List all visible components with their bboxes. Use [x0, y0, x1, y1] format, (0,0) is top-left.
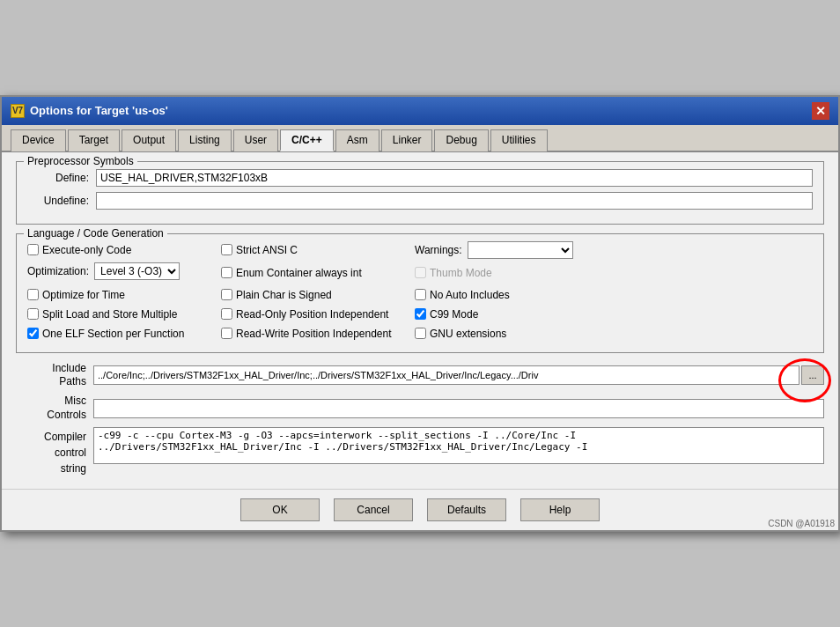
button-bar: OK Cancel Defaults Help: [2, 489, 838, 530]
tab-device[interactable]: Device: [11, 129, 66, 151]
include-paths-browse[interactable]: ...: [801, 365, 824, 385]
define-row: Define:: [27, 169, 813, 187]
plain-char-checkbox[interactable]: [221, 289, 232, 300]
misc-controls-input[interactable]: [93, 399, 824, 418]
compiler-control-label: Compiler control string: [16, 427, 86, 476]
optimize-time-checkbox[interactable]: [27, 289, 39, 300]
thumb-mode-label: Thumb Mode: [430, 267, 492, 279]
tab-debug[interactable]: Debug: [434, 129, 488, 151]
tab-linker[interactable]: Linker: [381, 129, 433, 151]
compiler-control-row: Compiler control string: [16, 427, 824, 476]
tab-asm[interactable]: Asm: [335, 129, 379, 151]
warnings-label: Warnings:: [415, 244, 462, 256]
ok-button[interactable]: OK: [240, 498, 320, 521]
undefine-row: Undefine:: [27, 192, 813, 210]
optimize-time-label: Optimize for Time: [42, 289, 125, 301]
enum-container-checkbox[interactable]: [221, 267, 232, 278]
app-icon: V7: [11, 104, 25, 118]
optimization-select[interactable]: Level 3 (-O3): [94, 262, 180, 280]
gnu-ext-checkbox[interactable]: [415, 328, 426, 339]
options-dialog: V7 Options for Target 'us-os' ✕ Device T…: [0, 95, 840, 532]
tab-bar: Device Target Output Listing User C/C++ …: [2, 125, 838, 152]
readonly-pos-checkbox[interactable]: [221, 308, 232, 320]
dialog-title: Options for Target 'us-os': [30, 104, 168, 117]
thumb-mode-checkbox[interactable]: [415, 267, 426, 278]
define-input[interactable]: [96, 169, 813, 187]
cancel-button[interactable]: Cancel: [334, 498, 413, 521]
misc-controls-wrap: [93, 399, 824, 418]
undefine-input[interactable]: [96, 192, 813, 210]
defaults-button[interactable]: Defaults: [427, 498, 506, 521]
optimization-label: Optimization:: [27, 265, 89, 277]
warnings-select[interactable]: [468, 241, 573, 259]
misc-controls-row: Misc Controls: [16, 395, 824, 422]
enum-container-label: Enum Container always int: [236, 267, 362, 279]
language-group: Language / Code Generation Execute-only …: [16, 233, 824, 353]
split-load-label: Split Load and Store Multiple: [42, 308, 177, 321]
include-paths-wrap: ...: [93, 365, 824, 385]
c99-mode-label: C99 Mode: [430, 308, 478, 321]
compiler-control-input[interactable]: [93, 427, 824, 464]
undefine-label: Undefine:: [27, 195, 89, 207]
include-paths-row: Include Paths ...: [16, 362, 824, 389]
misc-controls-label: Misc Controls: [16, 395, 86, 422]
no-auto-includes-label: No Auto Includes: [430, 289, 510, 301]
tab-listing[interactable]: Listing: [178, 129, 232, 151]
include-paths-input[interactable]: [93, 365, 799, 385]
split-load-checkbox[interactable]: [27, 308, 39, 320]
one-elf-checkbox[interactable]: [27, 328, 39, 339]
include-paths-label: Include Paths: [16, 362, 86, 389]
preprocessor-label: Preprocessor Symbols: [24, 155, 137, 167]
strict-ansi-checkbox[interactable]: [221, 244, 232, 255]
readwrite-pos-checkbox[interactable]: [221, 328, 232, 339]
preprocessor-group: Preprocessor Symbols Define: Undefine:: [16, 161, 824, 225]
no-auto-includes-checkbox[interactable]: [415, 289, 426, 300]
execute-only-checkbox[interactable]: [27, 244, 39, 255]
define-label: Define:: [27, 172, 89, 184]
execute-only-label: Execute-only Code: [42, 244, 131, 256]
tab-utilities[interactable]: Utilities: [490, 129, 548, 151]
gnu-ext-label: GNU extensions: [430, 328, 506, 340]
help-button[interactable]: Help: [520, 498, 600, 521]
tab-cpp[interactable]: C/C++: [280, 129, 334, 151]
plain-char-label: Plain Char is Signed: [236, 289, 332, 301]
tab-output[interactable]: Output: [122, 129, 176, 151]
strict-ansi-label: Strict ANSI C: [236, 244, 298, 256]
c99-mode-checkbox[interactable]: [415, 308, 426, 320]
language-label: Language / Code Generation: [24, 227, 167, 240]
readwrite-pos-label: Read-Write Position Independent: [236, 328, 392, 340]
tab-target[interactable]: Target: [68, 129, 120, 151]
watermark: CSDN @A01918: [768, 519, 835, 528]
tab-user[interactable]: User: [233, 129, 278, 151]
readonly-pos-label: Read-Only Position Independent: [236, 308, 388, 321]
main-content: Preprocessor Symbols Define: Undefine: L…: [2, 152, 838, 489]
close-button[interactable]: ✕: [812, 102, 829, 120]
title-bar: V7 Options for Target 'us-os' ✕: [2, 97, 838, 125]
one-elf-label: One ELF Section per Function: [42, 328, 184, 340]
